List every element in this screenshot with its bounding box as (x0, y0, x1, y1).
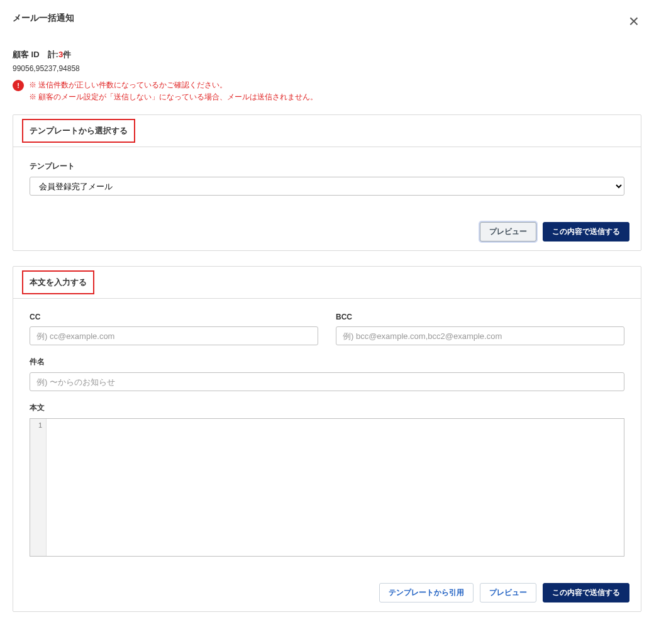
send-button-body[interactable]: この内容で送信する (543, 583, 629, 602)
cc-label: CC (30, 313, 318, 321)
bcc-input[interactable] (336, 326, 624, 345)
customer-count-suffix: 件 (63, 50, 71, 59)
warning-block: ! ※ 送信件数が正しい件数になっているかご確認ください。 ※ 顧客のメール設定… (13, 79, 641, 103)
customer-ids: 99056,95237,94858 (13, 64, 641, 73)
preview-button-template[interactable]: プレビュー (480, 222, 536, 242)
cc-input[interactable] (30, 326, 318, 345)
page-title: メール一括通知 (13, 13, 74, 24)
body-editor: 1 (30, 418, 624, 557)
template-select-card: テンプレートから選択する テンプレート 会員登録完了メール プレビュー この内容… (13, 114, 641, 251)
subject-input[interactable] (30, 372, 624, 391)
body-input-card: 本文を入力する CC BCC 件名 本文 1 テンプレートから引用 プレビュ (13, 266, 641, 612)
template-select[interactable]: 会員登録完了メール (30, 177, 624, 196)
template-select-header: テンプレートから選択する (22, 119, 135, 143)
body-textarea[interactable] (47, 419, 624, 556)
editor-gutter: 1 (30, 419, 47, 556)
warning-text: ※ 送信件数が正しい件数になっているかご確認ください。 ※ 顧客のメール設定が「… (29, 79, 318, 103)
warning-line-2: ※ 顧客のメール設定が「送信しない」になっている場合、メールは送信されません。 (29, 91, 318, 103)
warning-line-1: ※ 送信件数が正しい件数になっているかご確認ください。 (29, 79, 318, 91)
preview-button-body[interactable]: プレビュー (480, 583, 536, 602)
body-label: 本文 (30, 402, 624, 413)
bcc-label: BCC (336, 313, 624, 321)
import-template-button[interactable]: テンプレートから引用 (379, 583, 474, 602)
customer-count-prefix: 顧客 ID 計: (13, 50, 58, 59)
subject-label: 件名 (30, 357, 624, 367)
body-input-header: 本文を入力する (22, 270, 94, 294)
close-icon[interactable]: × (626, 13, 641, 30)
template-label: テンプレート (30, 161, 624, 172)
send-button-template[interactable]: この内容で送信する (543, 222, 629, 242)
customer-count-line: 顧客 ID 計:3件 (13, 49, 641, 60)
warning-icon: ! (13, 80, 24, 91)
